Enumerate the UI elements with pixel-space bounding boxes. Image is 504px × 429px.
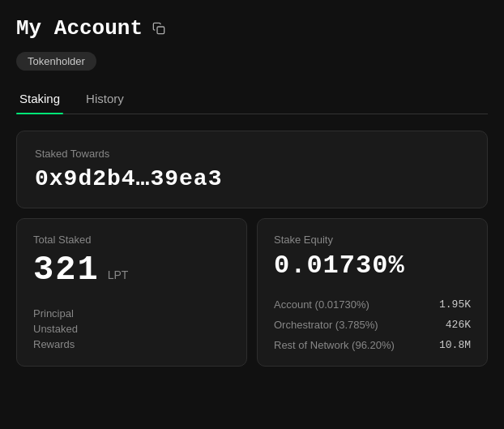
equity-row-network: Rest of Network (96.20%) 10.8M [274,339,471,351]
equity-row-orchestrator: Orchestrator (3.785%) 426K [274,319,471,331]
tab-history[interactable]: History [83,85,127,114]
rewards-label: Rewards [33,338,230,350]
copy-button[interactable] [151,20,167,36]
stake-equity-card: Stake Equity 0.01730% Account (0.01730%)… [257,218,488,367]
staked-towards-address: 0x9d2b4…39ea3 [35,166,469,191]
total-staked-value: 321 [33,251,100,290]
copy-icon [152,22,165,35]
staked-towards-label: Staked Towards [35,148,469,160]
breakdown-list: Principal Unstaked Rewards [33,307,230,350]
page-title: My Account [16,16,143,41]
tokenholder-badge: Tokenholder [16,52,96,71]
equity-account-label: Account (0.01730%) [274,298,369,311]
tabs-container: Staking History [16,85,488,114]
equity-row-account: Account (0.01730%) 1.95K [274,298,471,311]
equity-network-value: 10.8M [439,339,471,351]
stake-equity-label: Stake Equity [274,234,471,246]
unstaked-label: Unstaked [33,323,230,335]
svg-rect-0 [157,27,164,34]
header-row: My Account [16,16,488,41]
staked-towards-card: Staked Towards 0x9d2b4…39ea3 [16,131,488,208]
total-staked-value-row: 321 LPT [33,251,230,290]
tab-staking[interactable]: Staking [16,85,63,114]
equity-orchestrator-label: Orchestrator (3.785%) [274,319,378,331]
stake-equity-value: 0.01730% [274,251,471,281]
total-staked-label: Total Staked [33,234,230,246]
equity-network-label: Rest of Network (96.20%) [274,339,395,351]
equity-account-value: 1.95K [439,298,471,311]
stats-row: Total Staked 321 LPT Principal Unstaked … [16,218,488,367]
lpt-unit: LPT [108,268,129,281]
equity-rows: Account (0.01730%) 1.95K Orchestrator (3… [274,298,471,351]
equity-orchestrator-value: 426K [446,319,471,331]
principal-label: Principal [33,307,230,320]
total-staked-card: Total Staked 321 LPT Principal Unstaked … [16,218,247,367]
